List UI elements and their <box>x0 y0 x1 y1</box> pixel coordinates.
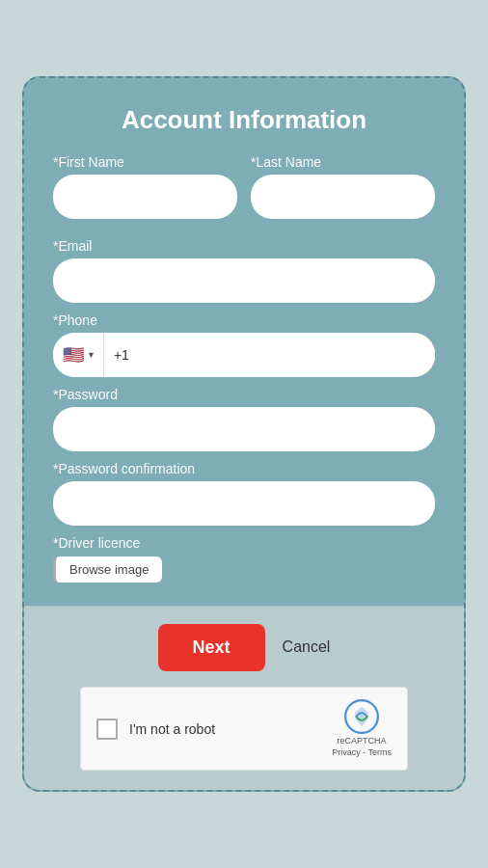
last-name-input[interactable] <box>251 175 435 219</box>
password-label: *Password <box>53 387 435 402</box>
recaptcha-brand-text: reCAPTCHA Privacy - Terms <box>332 736 392 758</box>
recaptcha-left: I'm not a robot <box>96 719 215 740</box>
recaptcha-label: I'm not a robot <box>129 721 215 737</box>
phone-country-code: +1 <box>104 347 139 363</box>
browse-image-button[interactable]: Browse image <box>53 556 162 583</box>
email-input[interactable] <box>53 258 435 303</box>
recaptcha-right: reCAPTCHA Privacy - Terms <box>332 699 392 758</box>
phone-wrapper: 🇺🇸 ▼ +1 <box>53 333 435 377</box>
password-confirm-group: *Password confirmation <box>53 461 435 526</box>
last-name-label: *Last Name <box>251 154 435 170</box>
phone-flag-selector[interactable]: 🇺🇸 ▼ <box>53 333 104 377</box>
phone-label: *Phone <box>53 312 435 328</box>
password-confirm-label: *Password confirmation <box>53 461 435 476</box>
phone-input[interactable] <box>139 347 435 363</box>
form-section: *First Name *Last Name *Email *Phone 🇺� <box>53 154 435 592</box>
recaptcha-logo-icon <box>344 699 379 734</box>
outer-container: Account Information *First Name *Last Na… <box>0 0 488 868</box>
account-info-card: Account Information *First Name *Last Na… <box>22 76 466 792</box>
page-title: Account Information <box>53 105 435 135</box>
driver-licence-label: *Driver licence <box>53 535 435 551</box>
last-name-group: *Last Name <box>251 154 435 219</box>
name-row: *First Name *Last Name <box>53 154 435 229</box>
action-row: Next Cancel <box>158 624 331 671</box>
password-group: *Password <box>53 387 435 451</box>
password-confirm-input[interactable] <box>53 481 435 526</box>
recaptcha-checkbox[interactable] <box>96 719 118 740</box>
cancel-button[interactable]: Cancel <box>283 638 331 656</box>
next-button[interactable]: Next <box>158 624 265 671</box>
us-flag-icon: 🇺🇸 <box>63 344 84 366</box>
email-group: *Email <box>53 238 435 303</box>
phone-group: *Phone 🇺🇸 ▼ +1 <box>53 312 435 377</box>
first-name-label: *First Name <box>53 154 237 170</box>
password-input[interactable] <box>53 407 435 451</box>
first-name-group: *First Name <box>53 154 237 219</box>
first-name-input[interactable] <box>53 175 237 219</box>
bottom-section: Next Cancel I'm not a robot <box>24 607 464 790</box>
driver-licence-section: *Driver licence Browse image <box>53 535 435 583</box>
email-label: *Email <box>53 238 435 254</box>
chevron-down-icon: ▼ <box>87 350 95 360</box>
recaptcha-box: I'm not a robot reCAPTCHA Privacy - Term… <box>80 687 408 771</box>
